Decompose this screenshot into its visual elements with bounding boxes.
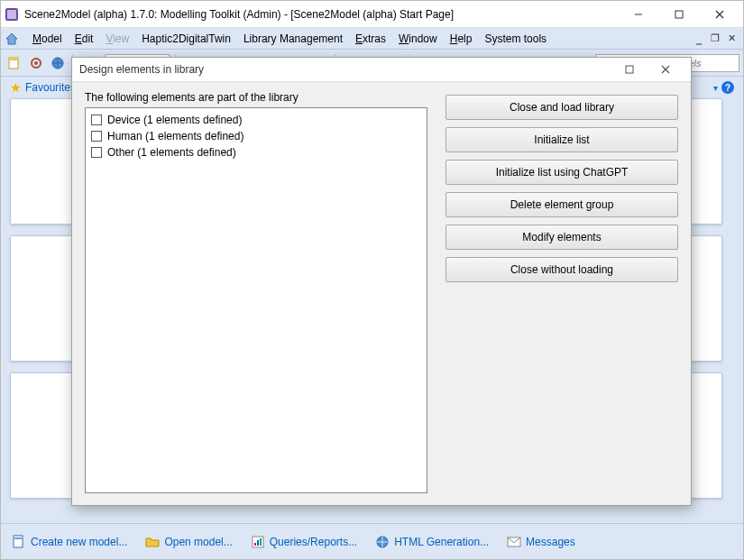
messages-link[interactable]: Messages xyxy=(507,535,575,549)
menu-edit[interactable]: Edit xyxy=(69,30,100,48)
help-icon[interactable]: ? xyxy=(721,81,734,94)
svg-rect-42 xyxy=(626,66,633,73)
initialize-list-chatgpt-button[interactable]: Initialize list using ChatGPT xyxy=(445,160,678,185)
menu-haptic2digitaltwin[interactable]: Haptic2DigitalTwin xyxy=(135,30,237,48)
list-item[interactable]: Device (1 elements defined) xyxy=(91,112,421,128)
menu-help[interactable]: Help xyxy=(444,30,479,48)
design-elements-dialog: Design elements in library The following… xyxy=(71,57,692,506)
svg-rect-1 xyxy=(7,10,16,19)
globe-icon[interactable] xyxy=(48,53,68,73)
open-folder-icon xyxy=(145,535,160,549)
new-icon[interactable] xyxy=(5,53,24,73)
list-item[interactable]: Human (1 elements defined) xyxy=(91,128,421,144)
menu-view: View xyxy=(99,30,135,48)
svg-point-9 xyxy=(34,61,38,65)
dialog-titlebar: Design elements in library xyxy=(72,58,691,82)
close-button[interactable] xyxy=(699,2,739,27)
queries-reports-link[interactable]: Queries/Reports... xyxy=(251,535,357,549)
svg-rect-39 xyxy=(260,538,262,546)
menubar: Model Edit View Haptic2DigitalTwin Libra… xyxy=(1,28,743,50)
menu-library-management[interactable]: Library Management xyxy=(237,30,349,48)
checkbox[interactable] xyxy=(91,147,102,158)
window-title: Scene2Model (alpha) 1.7.0: Modelling Too… xyxy=(24,8,618,21)
home-icon[interactable] xyxy=(5,32,19,46)
create-new-model-link[interactable]: Create new model... xyxy=(12,535,127,549)
modify-elements-button[interactable]: Modify elements xyxy=(445,225,678,250)
checkbox[interactable] xyxy=(91,131,102,142)
open-model-link[interactable]: Open model... xyxy=(145,535,232,549)
dialog-instruction: The following elements are part of the l… xyxy=(85,91,427,104)
initialize-list-button[interactable]: Initialize list xyxy=(445,127,678,152)
dialog-maximize-button[interactable] xyxy=(611,58,648,81)
svg-rect-38 xyxy=(257,540,259,546)
gear-icon[interactable] xyxy=(26,53,46,73)
delete-element-group-button[interactable]: Delete element group xyxy=(445,192,678,217)
chevron-down-icon[interactable]: ▾ xyxy=(713,83,718,93)
svg-rect-35 xyxy=(14,537,22,539)
list-item[interactable]: Other (1 elements defined) xyxy=(91,144,421,161)
main-window: Scene2Model (alpha) 1.7.0: Modelling Too… xyxy=(0,0,744,560)
bottom-bar: Create new model... Open model... Querie… xyxy=(1,523,743,559)
app-icon xyxy=(5,7,19,22)
report-icon xyxy=(251,535,265,549)
svg-rect-34 xyxy=(14,536,23,547)
svg-rect-7 xyxy=(10,59,17,60)
minimize-button[interactable] xyxy=(618,2,658,27)
titlebar: Scene2Model (alpha) 1.7.0: Modelling Too… xyxy=(1,1,743,28)
new-doc-icon xyxy=(12,535,26,549)
maximize-button[interactable] xyxy=(658,2,699,27)
dialog-close-button[interactable] xyxy=(648,58,684,81)
close-and-load-button[interactable]: Close and load library xyxy=(445,95,678,120)
html-icon xyxy=(375,535,390,549)
mdi-controls: ‗ ❐ ✕ xyxy=(691,32,739,45)
menu-model[interactable]: Model xyxy=(26,30,69,48)
list-item-label: Human (1 elements defined) xyxy=(107,130,243,142)
star-icon: ★ xyxy=(10,80,22,95)
menu-window[interactable]: Window xyxy=(392,30,444,48)
menu-system-tools[interactable]: System tools xyxy=(478,30,553,48)
mdi-minimize-button[interactable]: ‗ xyxy=(691,32,707,45)
list-item-label: Device (1 elements defined) xyxy=(107,114,242,126)
checkbox[interactable] xyxy=(91,115,102,125)
menu-extras[interactable]: Extras xyxy=(349,30,392,48)
dialog-title: Design elements in library xyxy=(79,63,611,76)
elements-listbox[interactable]: Device (1 elements defined) Human (1 ele… xyxy=(85,107,427,493)
svg-rect-3 xyxy=(675,11,683,18)
close-without-loading-button[interactable]: Close without loading xyxy=(445,257,678,282)
mdi-restore-button[interactable]: ❐ xyxy=(707,32,723,45)
list-item-label: Other (1 elements defined) xyxy=(107,146,236,159)
html-generation-link[interactable]: HTML Generation... xyxy=(375,535,489,549)
dialog-body: The following elements are part of the l… xyxy=(72,82,691,506)
mail-icon xyxy=(507,535,521,549)
mdi-close-button[interactable]: ✕ xyxy=(723,32,739,45)
svg-rect-37 xyxy=(254,543,256,546)
favourites-label[interactable]: Favourites xyxy=(25,81,76,94)
